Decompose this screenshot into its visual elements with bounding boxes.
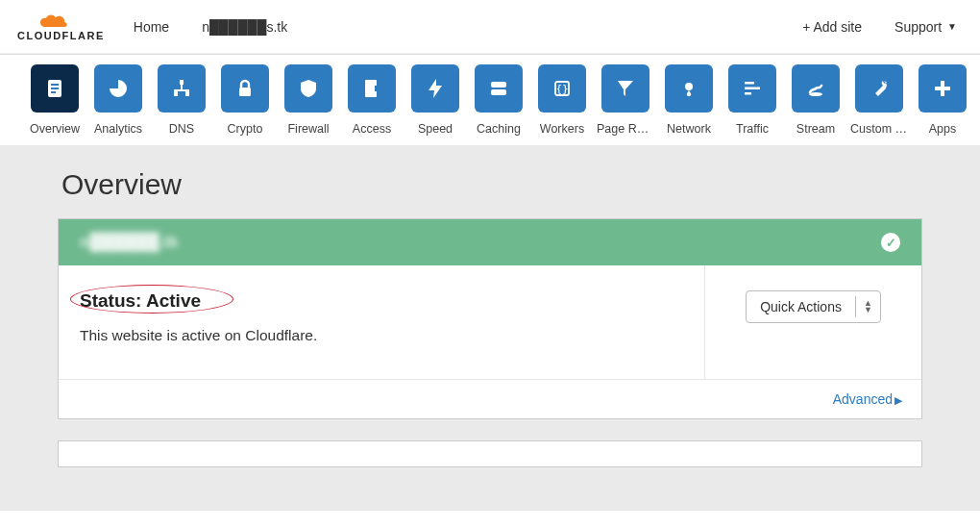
advanced-label: Advanced (833, 391, 893, 407)
svg-rect-3 (51, 91, 56, 93)
access-icon (348, 64, 396, 113)
status-header-domain: n██████.tk (80, 233, 179, 252)
tab-label: Firewall (287, 122, 329, 136)
tab-apps[interactable]: Apps (917, 64, 968, 136)
svg-rect-2 (51, 88, 59, 89)
quick-actions-button[interactable]: Quick Actions ▲▼ (746, 290, 881, 323)
tab-customp[interactable]: Custom P… (853, 64, 905, 136)
speed-icon (411, 64, 459, 113)
tab-label: Overview (30, 122, 80, 136)
tab-stream[interactable]: Stream (790, 64, 842, 136)
apps-icon (919, 64, 967, 113)
status-subtext: This website is active on Cloudflare. (80, 327, 683, 344)
svg-rect-9 (239, 88, 251, 96)
tab-network[interactable]: Network (663, 64, 715, 136)
status-footer: Advanced▶ (59, 379, 921, 418)
tab-pagerules[interactable]: Page Rules (600, 64, 651, 136)
tab-traffic[interactable]: Traffic (726, 64, 778, 136)
svg-rect-12 (491, 82, 506, 88)
advanced-link[interactable]: Advanced▶ (833, 391, 902, 407)
tab-label: Caching (477, 122, 521, 136)
page-title: Overview (61, 168, 922, 201)
svg-point-16 (685, 83, 693, 90)
customp-icon (855, 64, 903, 113)
brand-text: CLOUDFLARE (17, 30, 105, 41)
svg-rect-1 (51, 84, 59, 86)
tab-label: Custom P… (850, 122, 908, 136)
tab-speed[interactable]: Speed (409, 64, 461, 136)
svg-rect-22 (935, 87, 950, 90)
svg-rect-17 (745, 82, 754, 85)
tab-label: Apps (929, 122, 957, 136)
status-header: n██████.tk ✓ (59, 219, 921, 265)
overview-icon (31, 64, 79, 113)
svg-text:{}: {} (555, 83, 568, 95)
status-value: Active (146, 290, 201, 311)
tab-label: Analytics (94, 122, 142, 136)
topbar: CLOUDFLARE Home n██████s.tk + Add site S… (0, 0, 980, 54)
tab-label: Network (667, 122, 711, 136)
crypto-icon (221, 64, 269, 113)
domain-link[interactable]: n██████s.tk (202, 19, 287, 35)
home-link[interactable]: Home (134, 19, 169, 35)
sort-icon: ▲▼ (855, 296, 880, 317)
svg-rect-11 (375, 86, 379, 91)
firewall-icon (284, 64, 332, 113)
tab-label: Traffic (736, 122, 769, 136)
cloud-icon (39, 13, 82, 32)
svg-rect-7 (174, 91, 178, 96)
svg-rect-5 (181, 85, 183, 89)
caching-icon (475, 64, 523, 113)
tab-label: Crypto (228, 122, 263, 136)
tab-label: Access (353, 122, 391, 136)
tab-label: Workers (540, 122, 584, 136)
caret-right-icon: ▶ (894, 394, 902, 406)
svg-rect-19 (745, 92, 751, 95)
svg-point-20 (809, 92, 822, 96)
support-label: Support (894, 19, 942, 35)
status-label: Status: (80, 290, 141, 311)
support-menu[interactable]: Support ▼ (894, 19, 957, 35)
chevron-down-icon: ▼ (947, 21, 957, 32)
status-card: n██████.tk ✓ Status: Active This website… (58, 218, 922, 419)
svg-rect-13 (491, 89, 506, 95)
svg-rect-8 (185, 91, 189, 96)
tab-analytics[interactable]: Analytics (92, 64, 144, 136)
svg-rect-6 (174, 89, 189, 91)
tab-access[interactable]: Access (346, 64, 398, 136)
brand-logo[interactable]: CLOUDFLARE (17, 13, 105, 41)
dns-icon (158, 64, 206, 113)
analytics-icon (94, 64, 142, 113)
tab-label: DNS (169, 122, 194, 136)
check-icon: ✓ (881, 233, 900, 252)
tab-overview[interactable]: Overview (29, 64, 81, 136)
pagerules-icon (601, 64, 649, 113)
svg-rect-4 (180, 80, 184, 85)
tab-label: Stream (796, 122, 835, 136)
add-site-link[interactable]: + Add site (802, 19, 862, 35)
tab-label: Speed (418, 122, 453, 136)
traffic-icon (728, 64, 776, 113)
next-card-placeholder (58, 440, 922, 467)
quick-actions-label: Quick Actions (747, 291, 855, 322)
status-line: Status: Active (80, 290, 201, 312)
tab-dns[interactable]: DNS (156, 64, 208, 136)
svg-rect-18 (745, 88, 760, 90)
tab-workers[interactable]: {}Workers (536, 64, 588, 136)
stream-icon (792, 64, 840, 113)
workers-icon: {} (538, 64, 586, 113)
tab-crypto[interactable]: Crypto (219, 64, 271, 136)
tabbar: OverviewAnalyticsDNSCryptoFirewallAccess… (0, 54, 980, 145)
page-body: Overview n██████.tk ✓ Status: Active Thi… (0, 145, 980, 511)
tab-label: Page Rules (597, 122, 654, 136)
network-icon (665, 64, 713, 113)
tab-caching[interactable]: Caching (473, 64, 525, 136)
tab-firewall[interactable]: Firewall (282, 64, 334, 136)
